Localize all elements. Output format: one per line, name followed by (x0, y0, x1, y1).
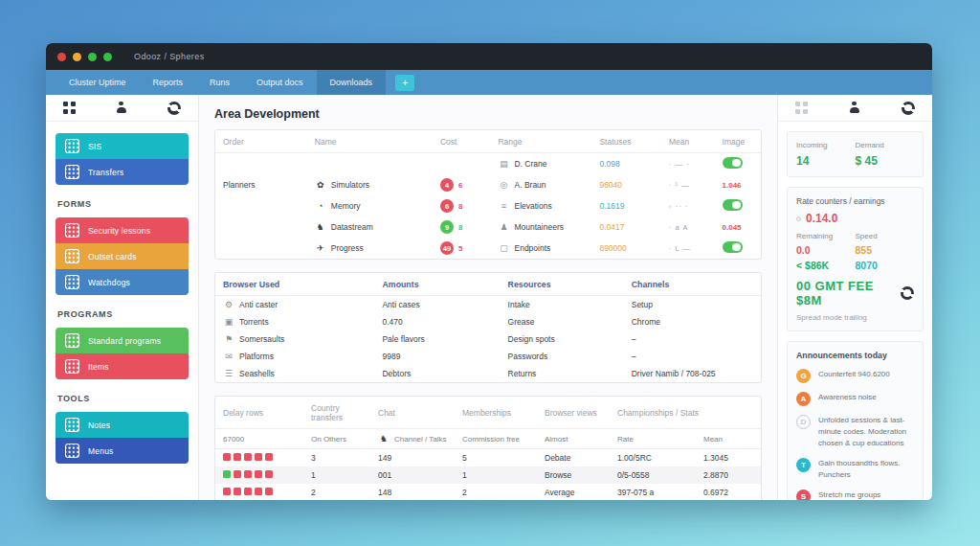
grid-icon[interactable] (63, 102, 77, 115)
announcement-item[interactable]: G Counterfeit 940.6200 (796, 369, 914, 383)
col-order: Order (215, 130, 307, 153)
col-range: Range (490, 130, 591, 153)
refresh-icon[interactable] (902, 102, 915, 115)
rating-bar (223, 453, 276, 463)
rating-square (223, 453, 231, 461)
metric-value: 0.0 (796, 244, 856, 256)
table-row[interactable]: ▣Torrents 0.470 Grease Chrome (215, 313, 761, 330)
table-row[interactable]: ✉Platforms 9989 Passwords – (215, 348, 761, 365)
ratings-panel: Delay rows Country transfers Chat Member… (214, 396, 762, 500)
tab-cluster-uptime[interactable]: Cluster Uptime (56, 70, 140, 95)
sidebar-item-transfers[interactable]: Transfers (56, 159, 189, 185)
cost-badge: 49 (440, 241, 454, 255)
col-mean: Mean (661, 130, 714, 153)
table-row[interactable]: ♞Datastream 98 ♟Mountaineers 0.0417 · a … (215, 216, 761, 238)
table-row[interactable]: ⚙Anti caster Anti cases Intake Setup (215, 296, 761, 314)
user-icon: ◎ (498, 180, 509, 190)
content-area: SIS Transfers FORMS Security lessons (46, 95, 932, 500)
rating-bar (223, 470, 276, 480)
close-button[interactable] (57, 53, 66, 61)
table-row[interactable]: 3 149 5 Debate 1.00/5RC 1.3045 (215, 449, 762, 467)
toggle-on[interactable] (723, 157, 743, 169)
refresh-icon[interactable] (167, 102, 181, 115)
col-browser-used: Browser Used (215, 273, 374, 296)
table-row[interactable]: ✈Progress 495 ▢Endpoints 890000 · L — (215, 238, 761, 259)
table-row[interactable]: 2 148 2 Average 397-075 a 0.6972 (215, 484, 762, 500)
app-tile-icon (65, 165, 79, 179)
add-button[interactable]: + (395, 75, 414, 91)
sidebar-item-notes[interactable]: Notes (56, 412, 189, 438)
metric-label: Speed (856, 232, 915, 240)
announcement-item[interactable]: D Unfolded sessions & last-minute codes.… (796, 415, 914, 449)
rating-square (265, 470, 273, 478)
col-statuses: Statuses (591, 130, 661, 153)
flag-icon: ⚑ (223, 334, 234, 344)
sidebar-item-standard-programs[interactable]: Standard programs (56, 328, 189, 353)
zoom-button[interactable] (88, 53, 97, 61)
table-row[interactable]: Planners ✿Simulators 46 ◎A. Braun 98040 … (215, 174, 761, 195)
stat-label: Demand (856, 141, 915, 149)
sidebar-item-security-lessons[interactable]: Security lessons (56, 217, 189, 243)
stat-label: Incoming (796, 141, 856, 149)
rating-square (255, 488, 262, 495)
metric-label: Remaining (796, 232, 856, 240)
tab-reports[interactable]: Reports (140, 70, 197, 95)
toggle-on[interactable] (723, 241, 743, 253)
image-value: 0.045 (723, 223, 742, 232)
menu-icon: ☰ (223, 369, 234, 378)
user-icon[interactable] (116, 102, 129, 115)
table-row[interactable]: ▤D. Crane 0.098 · — · (215, 153, 761, 175)
left-sidebar-toolbar (46, 95, 198, 122)
group-icon: ♟ (498, 222, 509, 232)
stack-icon: ≡ (498, 201, 509, 211)
rating-square (234, 453, 241, 461)
main-navbar: Cluster Uptime Reports Runs Output docs … (46, 70, 932, 95)
minimize-button[interactable] (73, 53, 81, 61)
table-row[interactable]: 1 001 1 Browse 0/5-0558 2.8870 (215, 466, 762, 484)
toggle-on[interactable] (723, 199, 743, 211)
announcement-item[interactable]: A Awareness noise (796, 392, 914, 406)
sidebar-item-items[interactable]: Items (56, 353, 189, 379)
table3-header-row: Delay rows Country transfers Chat Member… (215, 397, 762, 429)
channel-icon: ♞ (378, 434, 390, 444)
tab-downloads[interactable]: Downloads (317, 70, 387, 95)
main-panel: Area Development Order Name Cost Range S… (199, 95, 777, 500)
sidebar-item-menus[interactable]: Menus (56, 438, 189, 464)
sidebar-item-watchdogs[interactable]: Watchdogs (56, 269, 189, 295)
rating-square (234, 488, 241, 495)
metric-value: 8070 (856, 260, 915, 271)
right-sidebar: Incoming 14 Demand $ 45 Rate counters / … (777, 95, 932, 500)
desktop-background: Odooz / Spheres Cluster Uptime Reports R… (0, 0, 980, 546)
sidebar-item-sis[interactable]: SIS (56, 133, 189, 159)
app-tile-icon (65, 359, 79, 374)
tab-runs[interactable]: Runs (196, 70, 243, 95)
sync-icon[interactable] (901, 286, 914, 300)
app-window: Odooz / Spheres Cluster Uptime Reports R… (46, 43, 932, 500)
announcement-item[interactable]: T Gain thousandths flows. Punchers (796, 458, 914, 481)
group-label-forms: FORMS (57, 199, 187, 209)
extra-window-button[interactable] (103, 53, 112, 61)
grid-icon[interactable] (795, 102, 809, 115)
tab-output-docs[interactable]: Output docs (243, 70, 317, 95)
col-name: Name (307, 130, 433, 153)
card-group-3: Standard programs Items (56, 328, 189, 379)
card-group-2: Security lessons Outset cards Watchdogs (56, 217, 189, 295)
table-row[interactable]: ☰Seashells Debtors Returns Driver Namib … (215, 365, 761, 382)
table-row[interactable]: ◔Memory 68 ≡Elevations 0.1619 ◦ ·· · (215, 195, 761, 216)
rating-square (244, 470, 252, 478)
box-icon: ▣ (223, 317, 234, 327)
file-icon: ▤ (498, 159, 509, 169)
announcement-icon: A (796, 392, 811, 406)
stat-value: $ 45 (856, 154, 915, 168)
col-country-transfers: Country transfers (303, 397, 370, 429)
user-icon[interactable] (849, 102, 862, 115)
table-row[interactable]: ⚑Somersaults Pale flavors Design spots – (215, 330, 761, 348)
sidebar-item-outset-cards[interactable]: Outset cards (56, 243, 189, 269)
announcement-item[interactable]: S Stretch me groups (796, 489, 914, 500)
metric-value: < $86K (796, 260, 856, 271)
cost-badge: 6 (440, 199, 454, 213)
app-tile-icon (65, 249, 79, 263)
group-label-programs: PROGRAMS (57, 309, 187, 319)
announcements-card: Announcements today G Counterfeit 940.62… (787, 341, 924, 500)
rating-square (265, 488, 273, 495)
